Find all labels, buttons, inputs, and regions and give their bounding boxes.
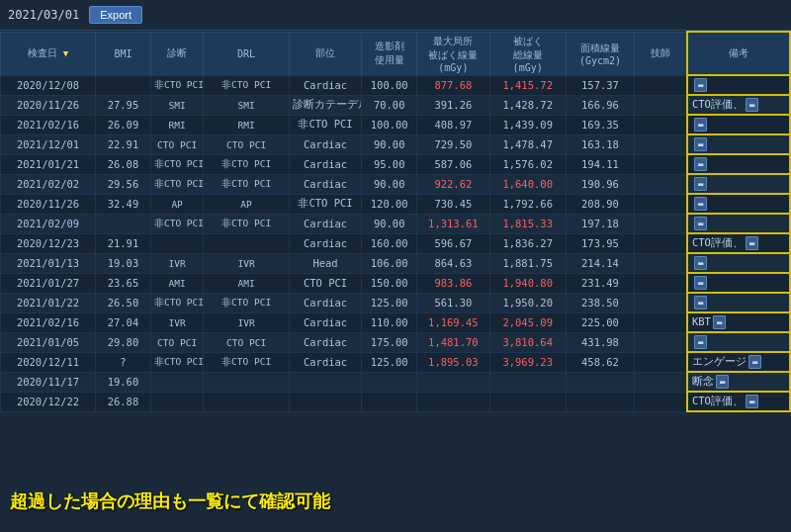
note-button[interactable]: ▬	[694, 78, 707, 92]
col-header-tech[interactable]: 技師	[635, 32, 687, 75]
cell-diag: 非CTO PCI	[150, 154, 203, 174]
cell-area: 214.14	[566, 253, 634, 273]
table-row[interactable]: 2021/01/21 26.08 非CTO PCI 非CTO PCI Cardi…	[1, 154, 791, 174]
cell-peak: 1,169.45	[417, 312, 489, 332]
col-header-dept[interactable]: 部位	[289, 32, 361, 75]
table-row[interactable]: 2021/02/16 26.09 RMI RMI 非CTO PCI 100.00…	[1, 115, 791, 134]
table-row[interactable]: 2020/11/17 19.60 断念▬	[1, 372, 791, 392]
table-row[interactable]: 2020/12/08 非CTO PCI 非CTO PCI Cardiac 100…	[1, 75, 791, 95]
cell-total: 3,810.64	[489, 332, 566, 352]
table-row[interactable]: 2021/02/09 非CTO PCI 非CTO PCI Cardiac 90.…	[1, 214, 791, 233]
cell-note: CTO評価、▬	[687, 233, 790, 253]
col-header-date[interactable]: 検査日 ▼	[1, 32, 96, 75]
cell-area: 458.62	[566, 352, 634, 372]
cell-date: 2020/12/11	[1, 352, 96, 372]
note-button[interactable]: ▬	[694, 256, 707, 270]
cell-tech	[635, 75, 687, 95]
cell-bmi: 27.95	[95, 95, 150, 115]
note-button[interactable]: ▬	[748, 355, 761, 369]
cell-diag: 非CTO PCI	[150, 75, 203, 95]
cell-note: ▬	[687, 154, 790, 174]
cell-tech	[635, 134, 687, 154]
note-button[interactable]: ▬	[694, 197, 707, 211]
note-button[interactable]: ▬	[746, 395, 758, 408]
cell-contrast: 125.00	[362, 352, 417, 372]
table-row[interactable]: 2020/12/23 21.91 Cardiac 160.00 596.67 1…	[1, 233, 791, 253]
cell-total: 1,640.00	[489, 174, 566, 194]
table-row[interactable]: 2021/01/05 29.80 CTO PCI CTO PCI Cardiac…	[1, 332, 791, 352]
note-button[interactable]: ▬	[694, 177, 707, 191]
cell-diag: 非CTO PCI	[150, 293, 203, 312]
cell-total: 1,815.33	[489, 214, 566, 233]
cell-drl: 非CTO PCI	[204, 214, 290, 233]
table-row[interactable]: 2020/12/11 ? 非CTO PCI 非CTO PCI Cardiac 1…	[1, 352, 791, 372]
table-row[interactable]: 2020/11/26 32.49 AP AP 非CTO PCI 120.00 7…	[1, 194, 791, 214]
cell-note: ▬	[687, 293, 790, 312]
note-button[interactable]: ▬	[694, 296, 707, 310]
note-button[interactable]: ▬	[716, 375, 729, 389]
table-row[interactable]: 2020/11/26 27.95 SMI SMI 診断カテーデル 70.00 3…	[1, 95, 791, 115]
note-button[interactable]: ▬	[746, 98, 758, 112]
cell-bmi: 27.04	[95, 312, 150, 332]
table-row[interactable]: 2021/12/01 22.91 CTO PCI CTO PCI Cardiac…	[1, 134, 791, 154]
cell-date: 2021/01/05	[1, 332, 96, 352]
col-header-peak[interactable]: 最大局所被ばく線量(mGy)	[417, 32, 489, 75]
cell-peak: 730.45	[417, 194, 489, 214]
col-header-contrast[interactable]: 造影剤使用量	[362, 32, 417, 75]
note-button[interactable]: ▬	[694, 217, 707, 230]
cell-diag: CTO PCI	[150, 332, 203, 352]
table-row[interactable]: 2020/12/22 26.88 CTO評価、▬	[1, 392, 791, 411]
note-button[interactable]: ▬	[694, 118, 707, 132]
cell-contrast: 90.00	[362, 134, 417, 154]
cell-bmi: 22.91	[95, 134, 150, 154]
table-row[interactable]: 2021/02/16 27.04 IVR IVR Cardiac 110.00 …	[1, 312, 791, 332]
table-row[interactable]: 2021/01/22 26.50 非CTO PCI 非CTO PCI Cardi…	[1, 293, 791, 312]
col-header-total[interactable]: 被ばく総線量(mGy)	[489, 32, 566, 75]
cell-date: 2020/11/26	[1, 194, 96, 214]
cell-dept: Cardiac	[289, 214, 361, 233]
col-header-bmi[interactable]: BMI	[95, 32, 150, 75]
table-row[interactable]: 2021/01/27 23.65 AMI AMI CTO PCI 150.00 …	[1, 273, 791, 293]
cell-note: ▬	[687, 273, 790, 293]
note-button[interactable]: ▬	[713, 315, 726, 329]
col-header-drl[interactable]: DRL	[204, 32, 290, 75]
cell-area	[566, 372, 634, 392]
cell-dept: Cardiac	[289, 233, 361, 253]
cell-date: 2020/12/22	[1, 392, 96, 411]
cell-peak	[417, 392, 489, 411]
cell-date: 2021/01/21	[1, 154, 96, 174]
table-row[interactable]: 2021/02/02 29.56 非CTO PCI 非CTO PCI Cardi…	[1, 174, 791, 194]
table-row[interactable]: 2021/01/13 19.03 IVR IVR Head 106.00 864…	[1, 253, 791, 273]
note-button[interactable]: ▬	[694, 137, 707, 151]
cell-drl: 非CTO PCI	[204, 174, 290, 194]
cell-date: 2021/01/13	[1, 253, 96, 273]
col-header-area[interactable]: 面積線量(Gycm2)	[566, 32, 634, 75]
cell-peak: 922.62	[417, 174, 489, 194]
cell-total: 1,439.09	[489, 115, 566, 134]
cell-contrast: 175.00	[362, 332, 417, 352]
col-header-diag[interactable]: 診断	[150, 32, 203, 75]
cell-bmi: 23.65	[95, 273, 150, 293]
cell-dept: Cardiac	[289, 293, 361, 312]
cell-diag: RMI	[150, 115, 203, 134]
cell-dept: Cardiac	[289, 154, 361, 174]
note-button[interactable]: ▬	[694, 335, 707, 349]
cell-tech	[635, 312, 687, 332]
cell-diag: IVR	[150, 253, 203, 273]
note-button[interactable]: ▬	[694, 157, 707, 171]
cell-area: 225.00	[566, 312, 634, 332]
cell-area: 190.96	[566, 174, 634, 194]
cell-peak: 877.68	[417, 75, 489, 95]
cell-bmi: 21.91	[95, 233, 150, 253]
note-button[interactable]: ▬	[694, 276, 707, 290]
cell-total: 1,940.80	[489, 273, 566, 293]
cell-drl: 非CTO PCI	[204, 352, 290, 372]
cell-tech	[635, 154, 687, 174]
cell-bmi	[95, 214, 150, 233]
note-button[interactable]: ▬	[746, 236, 758, 250]
cell-contrast: 90.00	[362, 174, 417, 194]
cell-note: CTO評価、▬	[687, 95, 790, 115]
export-button[interactable]: Export	[89, 6, 142, 24]
cell-note: ▬	[687, 332, 790, 352]
col-header-note[interactable]: 備考	[687, 32, 790, 75]
